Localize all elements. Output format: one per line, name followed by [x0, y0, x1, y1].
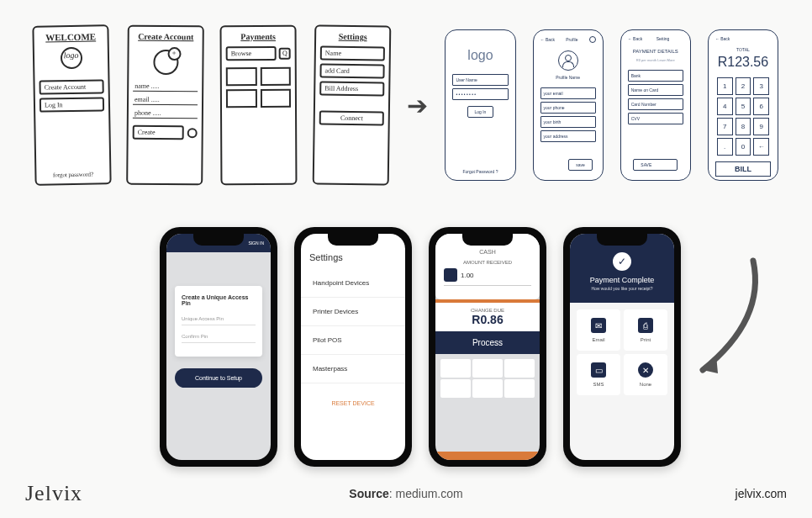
add-card-row[interactable]: add Card [320, 63, 385, 78]
sketch-payments: Payments Browse Q [220, 25, 298, 185]
browse-button[interactable]: Browse [226, 46, 277, 61]
confirm-pin-field[interactable]: Confirm Pin [182, 330, 256, 343]
screen-title: Setting [656, 36, 670, 41]
username-field[interactable]: User Name [452, 74, 508, 86]
key-3[interactable]: 3 [753, 77, 769, 95]
bill-address-row[interactable]: Bill Address [319, 81, 384, 96]
key-8[interactable]: 8 [736, 118, 751, 135]
amount-value[interactable]: 1.00 [461, 272, 474, 279]
key[interactable] [504, 379, 535, 398]
source-attribution: Source: medium.com [349, 487, 462, 500]
avatar-icon [558, 50, 578, 71]
key-5[interactable]: 5 [736, 98, 751, 115]
grid-item[interactable] [226, 89, 257, 108]
save-button[interactable]: SAVE [633, 159, 678, 171]
key-7[interactable]: 7 [717, 118, 733, 135]
profile-name: Profile Name [540, 75, 596, 80]
hifi-pin-screen: SIGN IN Create a Unique Access Pin Uniqu… [160, 227, 277, 467]
forgot-link[interactable]: Forgot Password ? [452, 169, 508, 174]
cash-label: CASH [444, 249, 531, 255]
key-9[interactable]: 9 [753, 118, 769, 135]
key[interactable] [472, 359, 503, 378]
wire-payment: ← BackSetting PAYMENT DETAILS R0 per mon… [620, 29, 691, 181]
receipt-print[interactable]: ⎙Print [624, 309, 667, 351]
wire-keypad: ← Back TOTAL R123.56 1 2 3 4 5 6 7 8 9 .… [708, 29, 778, 181]
bottom-bar [435, 452, 540, 460]
login-button[interactable]: Log In [40, 97, 104, 112]
sketch-title: WELCOME [38, 31, 103, 42]
change-value: R0.86 [440, 313, 535, 326]
key[interactable] [440, 359, 471, 378]
cardnumber-field[interactable]: Card Number [628, 98, 683, 110]
forgot-link[interactable]: forgot password? [40, 171, 105, 178]
settings-item[interactable]: Handpoint Devices [301, 269, 405, 298]
bill-button[interactable]: BILL [715, 161, 771, 177]
phone-field[interactable]: phone ..... [133, 108, 198, 119]
complete-title: Payment Complete [578, 276, 666, 284]
key-1[interactable]: 1 [717, 77, 733, 95]
grid-item[interactable] [226, 67, 257, 86]
create-button[interactable]: Create [133, 125, 184, 140]
pin-field[interactable]: Unique Access Pin [182, 313, 256, 325]
email-icon: ✉ [591, 318, 606, 333]
key[interactable] [440, 379, 471, 398]
receipt-email[interactable]: ✉Email [577, 309, 620, 351]
sms-icon: ▭ [591, 362, 606, 378]
key-4[interactable]: 4 [717, 98, 733, 115]
email-field[interactable]: email ..... [133, 95, 198, 106]
wire-login: logo User Name • • • • • • • • Log In Fo… [445, 29, 515, 181]
keypad [435, 354, 540, 403]
connect-button[interactable]: Connect [319, 110, 384, 125]
name-field[interactable]: name ..... [133, 82, 198, 92]
key-back[interactable]: ← [753, 138, 769, 156]
back-button[interactable]: ← Back [540, 37, 556, 42]
key-dot[interactable]: . [717, 138, 733, 156]
name-row[interactable]: Name [320, 45, 385, 61]
save-button[interactable]: save [568, 159, 593, 171]
back-button[interactable]: ← Back [628, 36, 643, 41]
signin-link[interactable]: SIGN IN [248, 240, 264, 246]
settings-item[interactable]: Printer Devices [301, 298, 405, 326]
settings-item[interactable]: Masterpass [301, 355, 405, 383]
process-button[interactable]: Process [435, 331, 540, 354]
password-field[interactable]: • • • • • • • • [452, 88, 508, 100]
sketch-title: Create Account [134, 32, 198, 42]
grid-item[interactable] [261, 89, 292, 108]
hifi-cash-screen: CASH AMOUNT RECEIVED 1.00 CHANGE DUE R0.… [429, 227, 546, 467]
receipt-sms[interactable]: ▭SMS [577, 354, 620, 395]
wire-profile: ← BackProfile Profile Name your email yo… [533, 29, 604, 181]
continue-button[interactable]: Continue to Setup [175, 368, 262, 388]
grid-item[interactable] [260, 67, 291, 86]
settings-item[interactable]: Pilot POS [301, 326, 405, 355]
key-0[interactable]: 0 [736, 138, 751, 156]
currency-chip [444, 268, 457, 282]
screen-title: Settings [301, 234, 405, 269]
key-2[interactable]: 2 [736, 77, 751, 95]
total-amount: R123.56 [715, 55, 771, 70]
bank-field[interactable]: Bank [628, 70, 683, 82]
phone-field[interactable]: your phone [540, 102, 596, 114]
card-title: Create a Unique Access Pin [182, 294, 256, 306]
payment-grid [226, 67, 291, 108]
receipt-none[interactable]: ✕None [624, 354, 667, 395]
back-button[interactable]: ← Back [715, 36, 730, 41]
login-button[interactable]: Log In [467, 106, 494, 118]
key-6[interactable]: 6 [753, 98, 769, 115]
brand-logo: Jelvix [25, 481, 82, 506]
email-field[interactable]: your email [540, 87, 596, 99]
site-link[interactable]: jelvix.com [736, 487, 787, 500]
create-account-button[interactable]: Create Account [39, 79, 103, 94]
key[interactable] [472, 379, 503, 398]
search-icon[interactable]: Q [279, 47, 291, 59]
gear-icon[interactable] [589, 36, 596, 43]
birth-field[interactable]: your birth [540, 116, 596, 128]
sketch-welcome: WELCOME logo Create Account Log In forgo… [32, 24, 111, 186]
cardname-field[interactable]: Name on Card [628, 84, 683, 96]
total-label: TOTAL [715, 47, 771, 52]
section-title: PAYMENT DETAILS [628, 49, 683, 54]
reset-button[interactable]: RESET DEVICE [301, 390, 405, 416]
cvv-field[interactable]: CVV [628, 113, 683, 124]
key[interactable] [504, 359, 535, 378]
address-field[interactable]: your address [540, 130, 596, 142]
avatar-icon [153, 50, 178, 75]
